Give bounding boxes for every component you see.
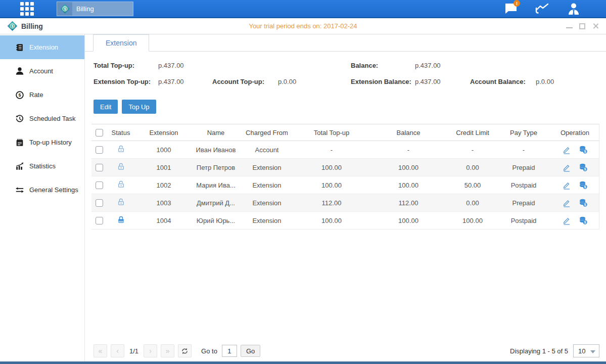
edit-row-button[interactable] [562,145,571,154]
balance-label: Balance: [351,62,415,69]
row-checkbox[interactable] [96,146,103,154]
goto-page-input[interactable] [222,345,237,357]
sidebar-item-statistics[interactable]: Statistics [0,154,84,178]
column-name: Name [193,129,239,136]
refresh-button[interactable] [178,344,192,357]
general-settings-icon [15,185,24,195]
grid-icon [19,2,34,16]
cell-total-topup: 100.00 [295,164,368,171]
row-checkbox[interactable] [96,217,103,224]
edit-row-button[interactable] [562,163,571,172]
select-all-checkbox[interactable] [96,129,103,136]
main-panel: Extension Total Top-up: p.437.00 Balance… [85,34,606,361]
top-up-row-button[interactable]: $ [579,198,588,207]
lock-open-icon [117,198,125,206]
sidebar-item-rate[interactable]: $ Rate [0,83,84,107]
pencil-icon [562,180,571,190]
top-up-row-button[interactable]: $ [579,145,588,154]
line-chart-icon [535,3,549,14]
edit-row-button[interactable] [562,180,571,190]
prev-page-button[interactable]: ‹ [111,344,124,357]
cell-charged-from: Extension [239,217,295,224]
account-balance-label: Account Balance: [470,78,536,85]
cell-pay-type: Prepaid [497,164,550,171]
sidebar: Extension Account $ Rate [0,34,85,361]
app-menu-button[interactable] [18,1,35,16]
account-topup-value: p.0.00 [278,78,296,85]
cell-total-topup: 112.00 [295,199,368,207]
pagination-bar: « ‹ 1/1 › » Go to Go Displaying [94,340,599,357]
cell-charged-from: Account [239,146,295,154]
sidebar-item-general-settings[interactable]: General Settings [0,178,84,202]
table-row[interactable]: 1000 Иван Иванов Account - - - - $ [91,141,599,159]
sidebar-item-extension[interactable]: Extension [0,35,84,59]
sidebar-item-account[interactable]: Account [0,59,84,83]
edit-row-button[interactable] [562,216,571,225]
svg-text:$: $ [584,203,586,207]
page-size-select[interactable]: 10 [573,344,599,357]
cell-credit-limit: 0.00 [448,164,497,171]
last-page-button[interactable]: » [161,344,174,357]
trial-notice: Your trial period ends on: 2017-02-24 [0,22,606,30]
table-row[interactable]: 1003 Дмитрий Д... Extension 112.00 112.0… [91,194,599,212]
lock-open-icon [117,145,125,153]
window-title-bar: $ Billing Your trial period ends on: 201… [0,18,606,34]
coins-icon: $ [579,198,588,207]
cell-charged-from: Extension [239,164,295,171]
minimize-button[interactable] [566,23,573,30]
row-checkbox[interactable] [96,181,103,189]
cell-extension: 1002 [135,181,193,189]
chevron-down-icon [590,350,595,353]
top-up-row-button[interactable]: $ [579,180,588,190]
table-row[interactable]: 1004 Юрий Юрь... Extension 100.00 100.00… [91,212,599,230]
sidebar-item-label: Statistics [29,162,56,170]
table-row[interactable]: 1002 Мария Ива... Extension 100.00 100.0… [91,176,599,194]
extension-icon [15,42,24,52]
close-icon [592,23,599,29]
rate-icon: $ [15,90,24,100]
column-total-topup: Total Top-up [295,129,368,136]
row-checkbox[interactable] [96,199,103,207]
table-row[interactable]: 1001 Петр Петров Extension 100.00 100.00… [91,159,599,176]
row-checkbox[interactable] [96,164,103,171]
resource-monitor-button[interactable] [533,1,551,16]
lock-open-icon [117,180,125,189]
taskbar-billing-app[interactable]: $ Billing [57,2,133,16]
sidebar-item-label: Top-up History [29,139,72,146]
maximize-button[interactable] [579,23,586,30]
page-size-value: 10 [578,347,585,355]
account-balance-value: p.0.00 [536,78,554,85]
cell-extension: 1004 [135,217,193,224]
sidebar-item-topup-history[interactable]: Top-up History [0,130,84,154]
cell-pay-type: Postpaid [497,181,550,189]
top-up-button[interactable]: Top Up [122,100,156,114]
edit-button[interactable]: Edit [94,100,118,114]
sidebar-item-label: Scheduled Task [29,115,76,122]
top-up-row-button[interactable]: $ [579,163,588,172]
summary-row-breakdown: Extension Top-up: p.437.00 Account Top-u… [94,78,599,85]
notifications-button[interactable]: ! [502,1,520,16]
cell-name: Иван Иванов [193,146,239,154]
system-top-bar: $ Billing ! [0,0,606,18]
refresh-icon [181,347,189,355]
close-button[interactable] [592,23,599,30]
svg-text:$: $ [64,7,66,11]
user-menu-button[interactable] [565,1,583,16]
first-page-button[interactable]: « [94,344,107,357]
edit-row-button[interactable] [562,198,571,207]
screen: $ Billing ! [0,0,606,364]
top-up-row-button[interactable]: $ [579,216,588,225]
topup-history-icon [15,138,24,147]
coins-icon: $ [579,216,588,225]
column-extension: Extension [135,129,193,136]
tab-extension[interactable]: Extension [93,34,149,52]
pagination-right: Displaying 1 - 5 of 5 10 [510,344,599,357]
go-button[interactable]: Go [241,345,260,357]
next-page-button[interactable]: › [144,344,157,357]
table-header-row: Status Extension Name Charged From Total… [91,124,599,141]
svg-text:$: $ [18,93,21,98]
cell-extension: 1001 [135,164,193,171]
sidebar-item-scheduled-task[interactable]: Scheduled Task [0,107,84,130]
tab-label: Extension [106,39,136,47]
displaying-text: Displaying 1 - 5 of 5 [510,347,568,355]
